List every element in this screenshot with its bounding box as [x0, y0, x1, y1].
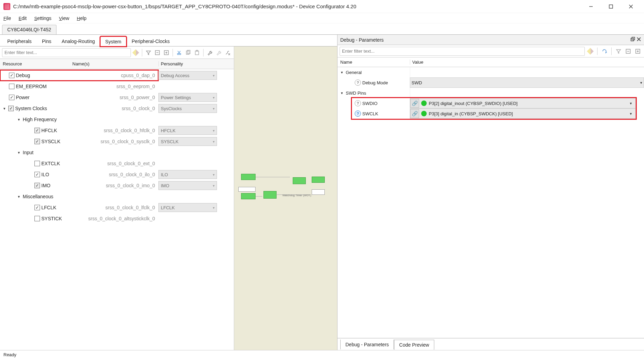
chevron-down-icon[interactable]: ▾	[629, 101, 633, 106]
personality-hfclk[interactable]: HFCLK▾	[158, 126, 217, 135]
personality-ilo[interactable]: ILO▾	[158, 170, 217, 179]
checkbox-extclk[interactable]	[34, 161, 40, 166]
param-swclk[interactable]: ?SWCLK 🔗 P3[3] digital_in (CYBSP_SWDCK) …	[352, 108, 636, 119]
menu-settings[interactable]: Settings	[34, 15, 51, 21]
checkbox-eeprom[interactable]	[9, 84, 14, 89]
link-icon[interactable]: 🔗	[410, 109, 419, 118]
close-panel-icon[interactable]	[636, 37, 641, 43]
chevron-down-icon: ▾	[213, 107, 215, 110]
param-debug-mode[interactable]: ?Debug Mode SWD▾	[337, 77, 644, 88]
tab-peripherals[interactable]: Peripherals	[2, 36, 37, 46]
expand-icon[interactable]	[162, 49, 170, 57]
checkbox-lfclk[interactable]	[34, 205, 40, 210]
row-power[interactable]: Powersrss_0_power_0	[0, 92, 158, 103]
chevron-down-icon: ▾	[213, 129, 215, 133]
wrench-cross-icon[interactable]	[224, 49, 232, 57]
checkbox-imo[interactable]	[34, 183, 40, 188]
checkbox-ilo[interactable]	[34, 172, 40, 177]
expand-icon[interactable]	[634, 47, 642, 55]
personality-power[interactable]: Power Settings▾	[158, 93, 217, 102]
menu-view[interactable]: View	[59, 15, 69, 21]
checkbox-debug[interactable]	[9, 73, 14, 78]
checkbox-sysclk[interactable]	[34, 139, 40, 144]
row-misc[interactable]: ▾Miscellaneous	[0, 191, 158, 202]
personality-debug[interactable]: Debug Access▾	[158, 71, 217, 80]
tab-analog-routing[interactable]: Analog-Routing	[56, 36, 100, 46]
checkbox-power[interactable]	[9, 95, 14, 100]
row-system-clocks[interactable]: ▾System Clockssrss_0_clock_0	[0, 103, 158, 114]
row-debug[interactable]: Debugcpuss_0_dap_0	[0, 70, 158, 81]
tab-debug-parameters[interactable]: Debug - Parameters	[340, 339, 394, 350]
row-systick[interactable]: SYSTICKsrss_0_clock_0_altsystickclk_0	[0, 213, 158, 224]
chevron-down-icon[interactable]: ▾	[629, 112, 633, 116]
filter-icon[interactable]	[614, 47, 623, 55]
chevron-down-icon: ▾	[213, 173, 215, 177]
row-ilo[interactable]: ILOsrss_0_clock_0_ilo_0	[0, 169, 158, 180]
chevron-down-icon[interactable]: ▾	[17, 150, 21, 155]
collapse-icon[interactable]	[153, 49, 162, 57]
undock-icon[interactable]	[630, 37, 635, 43]
chevron-down-icon[interactable]: ▾	[17, 194, 21, 199]
row-high-frequency[interactable]: ▾High Frequency	[0, 114, 158, 125]
parameters-panel-header: Debug - Parameters	[337, 35, 644, 45]
row-lfclk[interactable]: LFCLKsrss_0_clock_0_lfclk_0	[0, 202, 158, 213]
swclk-value: P3[3] digital_in (CYBSP_SWDCK) [USED]	[429, 111, 626, 116]
link-icon[interactable]: 🔗	[410, 99, 419, 108]
cut-icon[interactable]	[175, 49, 183, 57]
personality-sysclk[interactable]: SYSCLK▾	[158, 137, 217, 146]
row-hfclk[interactable]: HFCLKsrss_0_clock_0_hfclk_0	[0, 125, 158, 136]
device-tab-bar: CY8C4046LQI-T452	[0, 23, 644, 35]
tab-code-preview[interactable]: Code Preview	[394, 340, 434, 350]
close-button[interactable]	[621, 1, 641, 12]
header-resource: Resource	[0, 61, 72, 66]
maximize-button[interactable]	[601, 1, 621, 12]
chevron-down-icon[interactable]: ▾	[340, 91, 344, 95]
row-eeprom[interactable]: EM_EEPROMsrss_0_eeprom_0	[0, 81, 158, 92]
chevron-down-icon[interactable]: ▾	[17, 117, 21, 122]
tab-peripheral-clocks[interactable]: Peripheral-Clocks	[126, 36, 175, 46]
checkbox-sysclocks[interactable]	[8, 106, 14, 111]
paste-icon[interactable]	[193, 49, 201, 57]
personality-lfclk[interactable]: LFCLK▾	[158, 203, 217, 212]
param-swdio[interactable]: ?SWDIO 🔗 P3[2] digital_inout (CYBSP_SWDI…	[352, 98, 636, 108]
resource-tree: Debugcpuss_0_dap_0 EM_EEPROMsrss_0_eepro…	[0, 69, 234, 350]
wrench-icon[interactable]	[206, 49, 214, 57]
row-input[interactable]: ▾Input	[0, 147, 158, 158]
help-icon[interactable]: ?	[355, 110, 361, 117]
help-icon[interactable]: ?	[355, 80, 361, 86]
menu-file[interactable]: File	[3, 15, 11, 21]
menu-edit[interactable]: Edit	[19, 15, 27, 21]
minimize-button[interactable]	[581, 1, 601, 12]
personality-sysclocks[interactable]: SysClocks▾	[158, 104, 217, 113]
header-names: Name(s)	[72, 61, 158, 66]
menu-bar: File Edit Settings View Help	[0, 13, 644, 23]
collapse-icon[interactable]	[624, 47, 632, 55]
debug-mode-value[interactable]: SWD▾	[410, 77, 644, 88]
help-icon[interactable]: ?	[355, 100, 361, 106]
title-bar: C:/mtw/mtb-example-psoc4-msclp-low-power…	[0, 0, 644, 13]
row-extclk[interactable]: EXTCLKsrss_0_clock_0_ext_0	[0, 158, 158, 169]
copy-icon[interactable]	[184, 49, 192, 57]
parameters-filter-input[interactable]	[340, 47, 585, 56]
personality-imo[interactable]: IMO▾	[158, 181, 217, 190]
group-general[interactable]: ▾General	[337, 67, 644, 77]
chevron-down-icon[interactable]: ▾	[2, 106, 7, 111]
tab-system[interactable]: System	[100, 36, 127, 46]
edit-icon[interactable]	[132, 49, 140, 57]
header-personality: Personality	[158, 61, 234, 66]
refresh-icon[interactable]	[600, 47, 609, 55]
group-swd-pins[interactable]: ▾SWD Pins	[337, 88, 644, 98]
wrench-disabled-icon[interactable]	[215, 49, 223, 57]
device-tab[interactable]: CY8C4046LQI-T452	[2, 25, 56, 34]
row-imo[interactable]: IMOsrss_0_clock_0_imo_0	[0, 180, 158, 191]
swdio-value: P3[2] digital_inout (CYBSP_SWDIO) [USED]	[429, 101, 626, 106]
checkbox-hfclk[interactable]	[34, 128, 40, 133]
filter-icon[interactable]	[144, 49, 153, 57]
system-filter-input[interactable]	[2, 48, 131, 57]
tab-pins[interactable]: Pins	[37, 36, 56, 46]
edit-icon[interactable]	[586, 47, 594, 55]
menu-help[interactable]: Help	[77, 15, 86, 21]
checkbox-systick[interactable]	[34, 216, 40, 221]
row-sysclk[interactable]: SYSCLKsrss_0_clock_0_sysclk_0	[0, 136, 158, 147]
chevron-down-icon[interactable]: ▾	[340, 70, 344, 75]
